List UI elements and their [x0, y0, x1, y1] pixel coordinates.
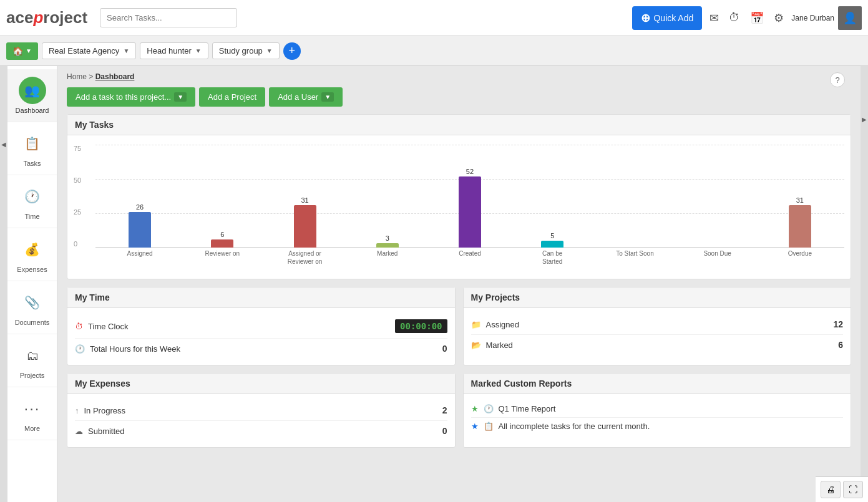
- add-project-button[interactable]: Add a Project: [199, 87, 265, 107]
- add-user-button[interactable]: Add a User ▼: [269, 87, 343, 107]
- nav-add-button[interactable]: +: [283, 42, 301, 60]
- y-label-75: 75: [74, 145, 92, 152]
- right-collapse-handle[interactable]: ▶: [861, 66, 868, 502]
- bar-group-2[interactable]: 31: [263, 196, 346, 248]
- gear-icon[interactable]: ⚙: [771, 9, 786, 27]
- home-arrow: ▼: [26, 47, 32, 54]
- help-button[interactable]: ?: [830, 72, 845, 87]
- marked-reports-header: Marked Custom Reports: [464, 374, 851, 394]
- report-label-2: All incomplete tasks for the current mon…: [499, 422, 650, 431]
- bar-rect-5: [541, 241, 563, 248]
- tasks-icon: 📋: [19, 130, 46, 157]
- bar-group-5[interactable]: 5: [511, 232, 593, 248]
- quick-add-label: Quick Add: [653, 13, 693, 23]
- main-layout: ◀ 👥 Dashboard 📋 Tasks 🕐 Time 💰 Expenses …: [0, 66, 868, 502]
- user-info[interactable]: Jane Durban 👤: [791, 6, 862, 30]
- my-projects-title: My Projects: [471, 292, 520, 302]
- my-expenses-body: ↑ In Progress 2 ☁ Submitted 0: [67, 394, 455, 447]
- nav-dropdown2-label: Head hunter: [147, 46, 192, 56]
- action-buttons: Add a task to this project... ▼ Add a Pr…: [67, 87, 851, 107]
- bar-group-4[interactable]: 52: [429, 168, 511, 248]
- breadcrumb-home[interactable]: Home: [67, 72, 87, 81]
- bar-group-8[interactable]: 31: [759, 196, 841, 248]
- header-right: ⊕ Quick Add ✉ ⏱ 📅 ⚙ Jane Durban 👤: [632, 6, 862, 30]
- calendar-icon[interactable]: 📅: [748, 9, 766, 27]
- expenses-submitted-label: Submitted: [88, 427, 125, 436]
- my-tasks-chart: 75 50 25 0 26631352531: [67, 135, 851, 279]
- add-task-dropdown-icon: ▼: [174, 92, 187, 102]
- plus-icon: ⊕: [641, 11, 650, 25]
- print-button[interactable]: 🖨: [821, 481, 841, 498]
- marked-reports-title: Marked Custom Reports: [471, 379, 572, 389]
- my-projects-header: My Projects: [464, 287, 851, 308]
- report-label-1: Q1 Time Report: [499, 404, 556, 413]
- sidebar: 👥 Dashboard 📋 Tasks 🕐 Time 💰 Expenses 📎 …: [7, 66, 57, 502]
- envelope-icon[interactable]: ✉: [707, 9, 721, 27]
- sidebar-item-time[interactable]: 🕐 Time: [7, 175, 57, 228]
- content-inner: ? Home > Dashboard Add a task to this pr…: [57, 66, 861, 502]
- projects-assigned-row: 📁 Assigned 12: [471, 314, 844, 335]
- quick-add-button[interactable]: ⊕ Quick Add: [632, 6, 702, 30]
- y-label-50: 50: [74, 176, 92, 184]
- star-green-icon: ★: [471, 404, 479, 413]
- avatar: 👤: [838, 6, 862, 30]
- nav-dropdown-real-estate[interactable]: Real Estate Agency ▼: [42, 42, 136, 59]
- dropdown2-arrow-icon: ▼: [195, 47, 202, 54]
- bottom-toolbar: 🖨 ⛶: [816, 476, 868, 502]
- bar-group-3[interactable]: 3: [346, 234, 429, 248]
- report-row-1[interactable]: ★ 🕐 Q1 Time Report: [471, 400, 844, 418]
- report-row-2[interactable]: ★ 📋 All incomplete tasks for the current…: [471, 418, 844, 435]
- expand-button[interactable]: ⛶: [843, 481, 863, 498]
- my-expenses-title: My Expenses: [75, 379, 130, 389]
- bar-value-0: 26: [136, 203, 144, 211]
- time-projects-row: My Time ⏱ Time Clock 00:00:00 🕐: [67, 287, 851, 365]
- y-label-0: 0: [74, 240, 92, 248]
- nav-dropdown-head-hunter[interactable]: Head hunter ▼: [140, 42, 208, 59]
- my-expenses-header: My Expenses: [67, 374, 455, 394]
- report-icon-2: 📋: [484, 422, 494, 431]
- home-nav-button[interactable]: 🏠 ▼: [6, 42, 38, 60]
- time-clock-value: 00:00:00: [395, 319, 447, 333]
- left-collapse-handle[interactable]: ◀: [0, 66, 7, 502]
- my-projects-body: 📁 Assigned 12 📂 Marked 6: [464, 308, 851, 361]
- bar-rect-1: [211, 239, 233, 248]
- projects-marked-value: 6: [838, 340, 843, 350]
- search-input[interactable]: [100, 8, 237, 27]
- bar-value-5: 5: [550, 232, 554, 239]
- bar-group-1[interactable]: 6: [181, 231, 263, 248]
- y-label-25: 25: [74, 208, 92, 216]
- sidebar-item-projects[interactable]: 🗂 Projects: [7, 334, 57, 387]
- bar-rect-4: [459, 176, 481, 248]
- bar-label-6: To Start Soon: [593, 249, 676, 258]
- bar-label-1: Reviewer on: [181, 249, 263, 258]
- bar-value-4: 52: [466, 168, 474, 175]
- bar-value-2: 31: [301, 196, 308, 204]
- sidebar-item-documents[interactable]: 📎 Documents: [7, 281, 57, 334]
- nav-dropdown1-label: Real Estate Agency: [49, 46, 119, 56]
- breadcrumb-current: Dashboard: [95, 72, 135, 81]
- sidebar-label-expenses: Expenses: [17, 266, 47, 273]
- nav-dropdown-study-group[interactable]: Study group ▼: [212, 42, 280, 59]
- add-task-label: Add a task to this project...: [76, 92, 171, 102]
- nav-bar: 🏠 ▼ Real Estate Agency ▼ Head hunter ▼ S…: [0, 36, 868, 66]
- add-task-button[interactable]: Add a task to this project... ▼: [67, 87, 195, 107]
- sidebar-label-documents: Documents: [15, 319, 50, 326]
- logo: aceproject: [6, 8, 87, 27]
- time-clock-row: ⏱ Time Clock 00:00:00: [75, 314, 447, 339]
- bar-label-7: Soon Due: [676, 249, 759, 258]
- my-time-title: My Time: [75, 292, 110, 302]
- expenses-inprogress-row: ↑ In Progress 2: [75, 400, 447, 421]
- report-icon-1: 🕐: [484, 404, 494, 413]
- sidebar-label-dashboard: Dashboard: [16, 107, 49, 114]
- bar-value-1: 6: [220, 231, 224, 238]
- expenses-submitted-value: 0: [442, 426, 447, 436]
- add-user-dropdown-icon: ▼: [321, 92, 334, 102]
- sidebar-label-projects: Projects: [20, 372, 45, 379]
- sidebar-item-more[interactable]: ··· More: [7, 387, 57, 440]
- marked-reports-body: ★ 🕐 Q1 Time Report ★ 📋 All incomplete ta…: [464, 394, 851, 441]
- sidebar-item-dashboard[interactable]: 👥 Dashboard: [7, 69, 57, 122]
- sidebar-item-expenses[interactable]: 💰 Expenses: [7, 228, 57, 281]
- bar-group-0[interactable]: 26: [99, 203, 181, 248]
- sidebar-item-tasks[interactable]: 📋 Tasks: [7, 122, 57, 175]
- clock-icon[interactable]: ⏱: [726, 9, 743, 27]
